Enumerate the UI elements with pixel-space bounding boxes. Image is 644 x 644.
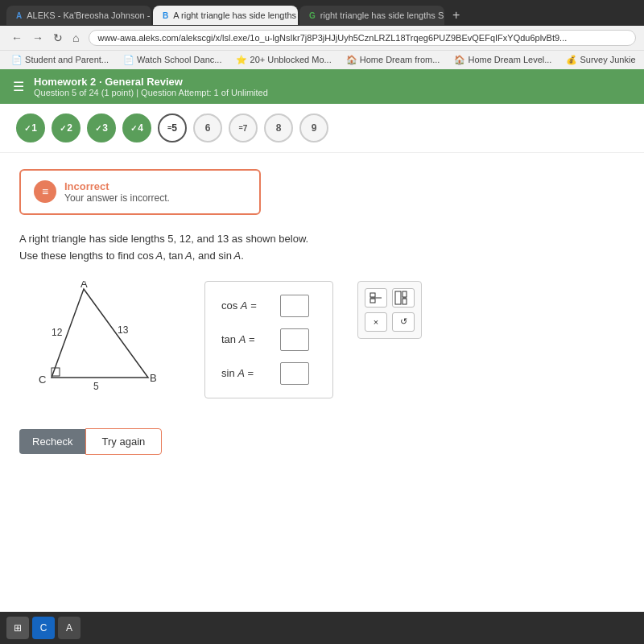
try-again-button[interactable]: Try again bbox=[85, 428, 163, 455]
problem-text-2: Use these lengths to find cos A, tan A, … bbox=[19, 248, 625, 265]
question-btn-4[interactable]: ✓4 bbox=[122, 114, 151, 142]
multiply-button[interactable]: × bbox=[365, 312, 387, 332]
calc-row-1 bbox=[365, 288, 415, 308]
svg-text:13: 13 bbox=[118, 324, 129, 336]
svg-rect-14 bbox=[402, 299, 407, 304]
incorrect-text: Incorrect Your answer is incorrect. bbox=[64, 180, 170, 204]
incorrect-title: Incorrect bbox=[64, 180, 170, 192]
svg-marker-0 bbox=[52, 289, 148, 378]
svg-rect-10 bbox=[370, 299, 375, 303]
question-btn-7[interactable]: =7 bbox=[229, 114, 258, 142]
bookmark-school[interactable]: 📄 Watch School Danc... bbox=[118, 53, 226, 67]
back-button[interactable]: ← bbox=[8, 30, 26, 46]
question-btn-1[interactable]: ✓1 bbox=[16, 114, 45, 142]
problem-content: A B C 12 13 5 cos A = bbox=[19, 281, 625, 404]
reload-button[interactable]: ↻ bbox=[50, 30, 66, 46]
content-area: ☰ Homework 2 · General Review Question 5… bbox=[0, 69, 644, 625]
tab-aleks[interactable]: A ALEKS - Ka'Breosha Johnson - H ✕ bbox=[6, 6, 151, 25]
fraction-button[interactable] bbox=[365, 288, 387, 308]
svg-rect-12 bbox=[402, 291, 407, 297]
question-btn-2[interactable]: ✓2 bbox=[52, 114, 80, 142]
sin-input[interactable] bbox=[280, 362, 309, 385]
incorrect-subtitle: Your answer is incorrect. bbox=[64, 192, 170, 204]
question-area: ≡ Incorrect Your answer is incorrect. A … bbox=[0, 153, 644, 471]
triangle-diagram: A B C 12 13 5 bbox=[19, 281, 180, 404]
bookmark-unblocked[interactable]: ⭐ 20+ Unblocked Mo... bbox=[231, 53, 336, 67]
question-btn-6[interactable]: 6 bbox=[193, 114, 222, 142]
new-tab-button[interactable]: + bbox=[446, 5, 466, 26]
home-button[interactable]: ⌂ bbox=[69, 30, 82, 46]
browser-chrome: A ALEKS - Ka'Breosha Johnson - H ✕ B A r… bbox=[0, 0, 644, 69]
problem-text-1: A right triangle has side lengths 5, 12,… bbox=[19, 231, 625, 248]
tab-google[interactable]: G right triangle has side lengths S ✕ bbox=[299, 6, 444, 25]
tan-input-row: tan A = bbox=[221, 328, 316, 351]
tan-input[interactable] bbox=[280, 328, 309, 351]
sin-input-row: sin A = bbox=[221, 362, 316, 385]
aleks-header: ☰ Homework 2 · General Review Question 5… bbox=[0, 69, 644, 104]
svg-text:12: 12 bbox=[52, 327, 63, 338]
hamburger-menu[interactable]: ☰ bbox=[13, 79, 24, 94]
address-bar: ← → ↻ ⌂ www-awa.aleks.com/alekscgi/x/lsl… bbox=[0, 26, 644, 50]
url-bar[interactable]: www-awa.aleks.com/alekscgi/x/lsl.exe/1o_… bbox=[89, 30, 636, 46]
bookmark-survey[interactable]: 💰 Survey Junkie bbox=[561, 53, 640, 67]
header-text: Homework 2 · General Review Question 5 o… bbox=[34, 76, 268, 97]
question-btn-5[interactable]: =5 bbox=[158, 114, 187, 142]
nav-buttons: ← → ↻ ⌂ bbox=[8, 30, 82, 46]
bottom-buttons: Recheck Try again bbox=[19, 428, 625, 455]
svg-text:A: A bbox=[80, 281, 88, 290]
input-panel: cos A = tan A = sin A = bbox=[204, 281, 333, 398]
homework-title: Homework 2 · General Review bbox=[34, 76, 268, 88]
taskbar-icon-1[interactable]: ⊞ bbox=[6, 617, 29, 639]
incorrect-icon: ≡ bbox=[34, 180, 56, 203]
forward-button[interactable]: → bbox=[29, 30, 47, 46]
calc-row-2: × ↺ bbox=[365, 312, 415, 332]
taskbar: ⊞ C A bbox=[0, 612, 644, 644]
sin-label: sin A = bbox=[221, 367, 274, 379]
svg-text:C: C bbox=[39, 374, 46, 386]
taskbar-icon-2[interactable]: C bbox=[32, 617, 55, 639]
svg-text:B: B bbox=[150, 372, 157, 384]
svg-text:5: 5 bbox=[93, 381, 99, 392]
problem-statement: A right triangle has side lengths 5, 12,… bbox=[19, 231, 625, 265]
question-btn-8[interactable]: 8 bbox=[264, 114, 293, 142]
incorrect-banner: ≡ Incorrect Your answer is incorrect. bbox=[19, 169, 261, 215]
question-navigation: ✓1 ✓2 ✓3 ✓4 =5 6 =7 8 9 bbox=[0, 104, 644, 153]
recheck-button[interactable]: Recheck bbox=[19, 429, 86, 454]
bookmark-home-level[interactable]: 🏠 Home Dream Level... bbox=[449, 53, 556, 67]
question-info: Question 5 of 24 (1 point) | Question At… bbox=[34, 88, 268, 97]
bookmark-home-dream[interactable]: 🏠 Home Dream from... bbox=[341, 53, 445, 67]
mixed-fraction-button[interactable] bbox=[392, 288, 415, 308]
bookmarks-bar: 📄 Student and Parent... 📄 Watch School D… bbox=[0, 50, 644, 69]
cos-input[interactable] bbox=[280, 295, 309, 317]
calculator-panel: × ↺ bbox=[357, 281, 422, 339]
tan-label: tan A = bbox=[221, 333, 274, 345]
cos-input-row: cos A = bbox=[221, 295, 316, 317]
question-btn-9[interactable]: 9 bbox=[299, 114, 328, 142]
taskbar-icon-3[interactable]: A bbox=[58, 617, 80, 639]
question-btn-3[interactable]: ✓3 bbox=[87, 114, 116, 142]
undo-button[interactable]: ↺ bbox=[392, 312, 415, 332]
tab-bar: A ALEKS - Ka'Breosha Johnson - H ✕ B A r… bbox=[0, 0, 644, 26]
tab-right-triangle[interactable]: B A right triangle has side lengths ✕ bbox=[153, 6, 298, 25]
bookmark-student[interactable]: 📄 Student and Parent... bbox=[6, 53, 114, 67]
svg-rect-8 bbox=[370, 293, 375, 297]
svg-rect-11 bbox=[395, 291, 401, 304]
cos-label: cos A = bbox=[221, 299, 274, 312]
